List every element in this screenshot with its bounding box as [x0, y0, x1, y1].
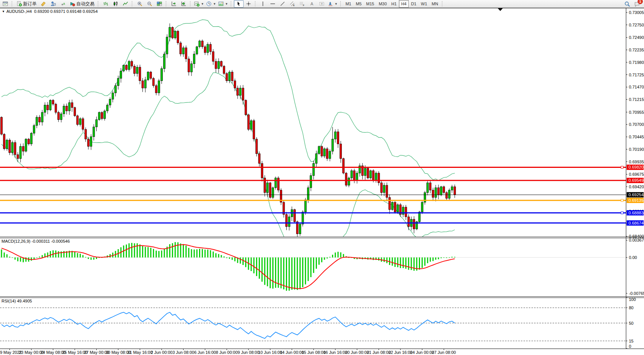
price-tick-label: 0.70445 [629, 135, 644, 139]
timeframe-button-M30[interactable]: M30 [377, 0, 389, 8]
price-tick-label: 0.70700 [629, 122, 644, 127]
trendline-button[interactable] [278, 0, 287, 8]
ohlc-values: 0.69200 0.69371 0.69148 0.69254 [34, 9, 97, 14]
toolbar-group-chart-type [100, 0, 131, 8]
cursor-button[interactable] [234, 0, 244, 8]
text-label-button[interactable]: T [317, 0, 327, 8]
time-axis[interactable]: 19 May 202223 May 00:0024 May 08:0025 Ma… [0, 349, 644, 355]
timeframe-button-M15[interactable]: M15 [364, 0, 376, 8]
periods-button[interactable]: ▼ [205, 0, 217, 8]
new-order-button[interactable]: 新订单 [15, 0, 39, 8]
template-icon [218, 1, 224, 6]
time-tick-label: 27 Jun 08:00 [432, 350, 456, 355]
toolbar-group-window [0, 0, 11, 8]
price-axis[interactable]: 0.730050.727500.724900.722350.719800.717… [626, 10, 644, 239]
price-badge-0.69139: 0.69139 [627, 198, 644, 203]
zoom-in-button[interactable] [135, 0, 145, 8]
crosshair-button[interactable] [244, 0, 253, 8]
svg-text:E: E [293, 4, 295, 6]
metaeditor-button[interactable] [48, 0, 58, 8]
text-label-icon: T [319, 1, 324, 6]
level-drag-marker[interactable] [621, 166, 623, 168]
time-tick-label: 8 Jun 00:00 [216, 350, 238, 355]
toolbar-group-right: 1 [622, 0, 644, 8]
price-tick-label: 0.73005 [629, 10, 644, 15]
toolbar-group-trade: 新订单 自动交易 [14, 0, 97, 8]
chart-shift-icon [181, 1, 186, 6]
price-tick-label: 0.71215 [629, 97, 644, 102]
price-tick-label: 0.69675 [629, 172, 644, 177]
timeframe-button-M5[interactable]: M5 [354, 0, 364, 8]
svg-text:0.68883: 0.68883 [629, 211, 644, 215]
candlestick-chart-button[interactable] [111, 0, 120, 8]
price-tick-label: 0.71725 [629, 73, 644, 77]
tools-button[interactable] [39, 0, 48, 8]
vertical-line-button[interactable] [258, 0, 268, 8]
chart-window-icon [3, 1, 8, 6]
rsi-indicator-label: RSI(14) 49.4905 [2, 299, 32, 303]
timeframe-button-H4[interactable]: H4 [399, 0, 409, 8]
metaeditor-icon [51, 1, 56, 6]
time-tick-label: 14 Jun 00:00 [280, 350, 304, 355]
dropdown-arrow-icon: ▼ [335, 2, 338, 6]
horizontal-line-icon [270, 1, 275, 6]
text-icon: A [309, 1, 315, 6]
autotrade-button[interactable]: 自动交易 [68, 0, 96, 8]
bar-chart-button[interactable] [101, 0, 111, 8]
arrows-icon [328, 1, 333, 6]
gold-tool-icon [41, 1, 46, 6]
tile-windows-button[interactable] [154, 0, 164, 8]
price-tick-label: 0.71470 [629, 85, 644, 89]
price-tick-label: 0.72750 [629, 23, 644, 27]
timeframe-button-H1[interactable]: H1 [389, 0, 399, 8]
auto-scroll-button[interactable] [169, 0, 179, 8]
macd-name: MACD(12,26,9) [2, 239, 30, 243]
zoom-out-button[interactable] [145, 0, 154, 8]
line-chart-button[interactable] [120, 0, 130, 8]
line-chart-icon [123, 1, 128, 6]
svg-text:A: A [310, 2, 314, 6]
timeframe-button-MN[interactable]: MN [429, 0, 440, 8]
text-button[interactable]: A [307, 0, 317, 8]
toolbar-separator [190, 1, 192, 6]
svg-text:0.69549: 0.69549 [629, 178, 644, 183]
horizontal-line-button[interactable] [268, 0, 278, 8]
autotrade-label: 自动交易 [76, 1, 94, 7]
toolbar-separator [340, 1, 342, 6]
toolbar-group-shift [168, 0, 189, 8]
chart-shift-button[interactable] [179, 0, 188, 8]
fibonacci-button[interactable]: F [297, 0, 307, 8]
svg-text:T: T [321, 3, 323, 5]
svg-text:0.69820: 0.69820 [629, 165, 644, 169]
time-tick-label: 16 Jun 16:00 [323, 350, 347, 355]
price-badge-0.69820: 0.69820 [627, 164, 644, 170]
signals-button[interactable] [58, 0, 68, 8]
auto-scroll-icon [171, 1, 176, 6]
timeframe-button-W1[interactable]: W1 [419, 0, 429, 8]
macd-values: -0.000311 -0.000546 [30, 239, 69, 243]
macd-axis-label: 0.00 [629, 255, 637, 260]
symbol-dropdown-icon[interactable]: ▼ [2, 10, 5, 13]
level-drag-marker[interactable] [621, 199, 623, 202]
rsi-axis-label: 15 [629, 339, 633, 343]
timeframe-button-D1[interactable]: D1 [409, 0, 419, 8]
price-tick-label: 0.72490 [629, 35, 644, 40]
new-chart-icon [194, 1, 199, 6]
search-button[interactable] [622, 0, 632, 8]
notifications-button[interactable]: 1 [632, 0, 642, 8]
chart-shift-marker[interactable] [498, 8, 503, 11]
toolbar-separator [166, 1, 168, 6]
templates-button[interactable]: ▼ [217, 0, 229, 8]
time-tick-label: 2 Jun 00:00 [151, 350, 173, 355]
svg-text:0.68674: 0.68674 [629, 221, 644, 225]
timeframe-button-M1[interactable]: M1 [343, 0, 354, 8]
level-drag-marker[interactable] [621, 212, 623, 214]
arrows-button[interactable]: ▼ [327, 0, 339, 8]
rsi-axis-label: 0 [629, 344, 631, 349]
market-watch-button[interactable] [0, 0, 10, 8]
new-chart-button[interactable]: ▼ [193, 0, 205, 8]
cursor-icon [236, 1, 241, 6]
equidistant-channel-button[interactable]: E [287, 0, 297, 8]
macd-axis-label: -0.007656 [629, 291, 644, 296]
time-tick-label: 31 May 16:00 [127, 350, 153, 355]
